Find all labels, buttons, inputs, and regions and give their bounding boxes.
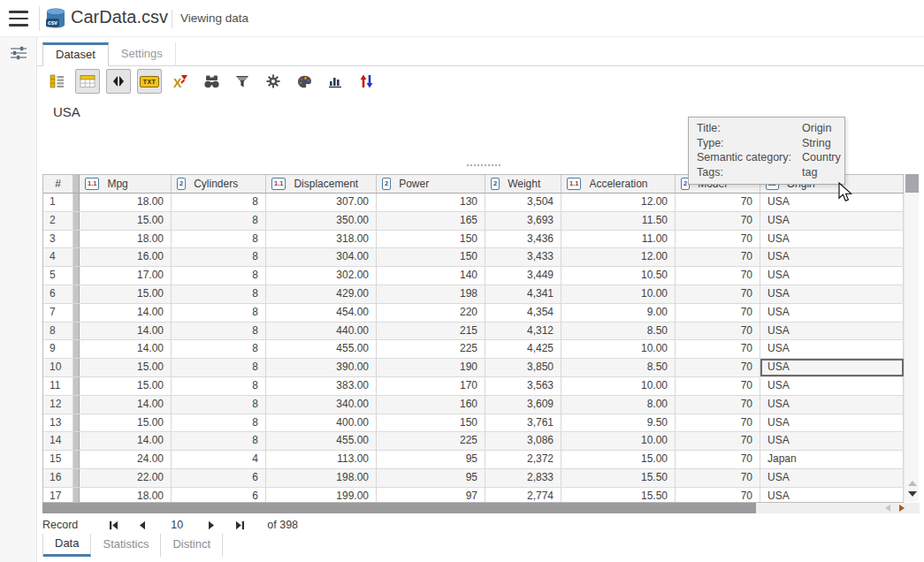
cell-displacement[interactable]: 383.00 — [266, 377, 377, 395]
tab-distinct[interactable]: Distinct — [161, 534, 223, 557]
cell-displacement[interactable]: 350.00 — [266, 212, 377, 230]
cell-cylinders[interactable]: 8 — [172, 396, 266, 414]
cell-displacement[interactable]: 307.00 — [266, 194, 377, 211]
cell-origin[interactable]: USA — [760, 194, 904, 211]
cell-model[interactable]: 70 — [676, 194, 760, 211]
cell-rownum[interactable]: 13 — [43, 414, 73, 432]
cell-power[interactable]: 150 — [377, 231, 485, 248]
cell-displacement[interactable]: 318.00 — [266, 231, 377, 248]
cell-cylinders[interactable]: 8 — [172, 323, 266, 340]
cell-mpg[interactable]: 17.00 — [80, 267, 172, 285]
cell-cylinders[interactable]: 8 — [172, 231, 266, 248]
row-marker[interactable] — [73, 212, 80, 230]
cell-model[interactable]: 70 — [676, 212, 760, 230]
cell-origin[interactable]: USA — [760, 469, 904, 487]
filter-icon[interactable] — [230, 69, 255, 94]
cell-rownum[interactable]: 9 — [43, 340, 73, 358]
cell-displacement[interactable]: 198.00 — [266, 469, 377, 487]
cell-origin[interactable]: USA — [760, 340, 904, 358]
row-marker[interactable] — [73, 340, 80, 358]
cell-power[interactable]: 220 — [377, 304, 485, 322]
cell-origin[interactable]: USA — [760, 377, 904, 395]
cell-power[interactable]: 225 — [377, 340, 485, 358]
cell-cylinders[interactable]: 8 — [172, 267, 266, 285]
next-record-icon[interactable] — [208, 520, 216, 530]
cell-acceleration[interactable]: 15.50 — [561, 469, 676, 487]
cell-acceleration[interactable]: 11.50 — [561, 212, 676, 230]
cell-origin[interactable]: USA — [760, 285, 904, 303]
cell-power[interactable]: 150 — [377, 248, 485, 266]
cell-rownum[interactable]: 4 — [43, 248, 73, 266]
last-record-icon[interactable] — [235, 520, 245, 530]
cell-displacement[interactable]: 455.00 — [266, 340, 377, 358]
cell-power[interactable]: 160 — [377, 396, 485, 414]
cell-model[interactable]: 70 — [676, 231, 760, 248]
cell-acceleration[interactable]: 10.00 — [561, 285, 676, 303]
cell-displacement[interactable]: 454.00 — [266, 304, 377, 322]
scroll-right-icon[interactable] — [899, 505, 905, 512]
cell-weight[interactable]: 3,761 — [485, 414, 561, 432]
cell-weight[interactable]: 4,312 — [485, 323, 561, 340]
cell-acceleration[interactable]: 15.00 — [561, 451, 676, 468]
cell-origin[interactable]: USA — [760, 212, 904, 230]
cell-weight[interactable]: 3,436 — [485, 231, 561, 248]
cell-displacement[interactable]: 440.00 — [266, 323, 377, 340]
cell-origin[interactable]: USA — [760, 323, 904, 340]
fit-column-width-icon[interactable] — [106, 69, 131, 94]
cell-rownum[interactable]: 11 — [43, 377, 73, 395]
cell-acceleration[interactable]: 12.00 — [561, 248, 676, 266]
cell-model[interactable]: 70 — [676, 323, 760, 340]
cell-origin[interactable]: USA — [760, 414, 904, 432]
cell-rownum[interactable]: 6 — [43, 285, 73, 303]
cell-origin[interactable]: USA — [760, 231, 904, 248]
row-marker[interactable] — [73, 432, 80, 450]
cell-power[interactable]: 165 — [377, 212, 485, 230]
cell-rownum[interactable]: 3 — [43, 231, 73, 248]
cell-rownum[interactable]: 7 — [43, 304, 73, 322]
cell-weight[interactable]: 4,425 — [485, 340, 561, 358]
row-marker[interactable] — [73, 194, 80, 211]
cell-cylinders[interactable]: 6 — [172, 469, 266, 487]
cell-cylinders[interactable]: 8 — [172, 359, 266, 376]
cell-acceleration[interactable]: 10.00 — [561, 340, 676, 358]
row-marker-header[interactable] — [73, 175, 80, 193]
cell-acceleration[interactable]: 10.00 — [561, 377, 676, 395]
chart-icon[interactable] — [323, 69, 347, 94]
cell-mpg[interactable]: 14.00 — [80, 340, 172, 358]
cell-rownum[interactable]: 10 — [43, 359, 73, 376]
tab-data[interactable]: Data — [43, 534, 91, 557]
column-profiles-icon[interactable] — [44, 69, 69, 94]
column-header-cylinders[interactable]: 2Cylinders — [172, 175, 266, 193]
cell-power[interactable]: 130 — [377, 194, 485, 211]
row-marker[interactable] — [73, 396, 80, 414]
cell-acceleration[interactable]: 11.00 — [561, 231, 676, 248]
hamburger-menu-icon[interactable] — [9, 11, 28, 27]
horizontal-scrollbar[interactable] — [42, 503, 920, 513]
cell-rownum[interactable]: 5 — [43, 267, 73, 285]
cell-origin[interactable]: USA — [760, 359, 904, 376]
cell-model[interactable]: 70 — [676, 285, 760, 303]
cell-displacement[interactable]: 199.00 — [266, 488, 377, 503]
cell-cylinders[interactable]: 8 — [172, 377, 266, 395]
cell-weight[interactable]: 2,372 — [485, 451, 561, 468]
sort-icon[interactable] — [354, 69, 378, 94]
scroll-left-icon[interactable] — [885, 505, 890, 512]
scroll-up-icon[interactable] — [908, 481, 917, 486]
cell-weight[interactable]: 3,433 — [485, 248, 561, 266]
cell-weight[interactable]: 4,354 — [485, 304, 561, 322]
cell-rownum[interactable]: 8 — [43, 323, 73, 340]
cell-weight[interactable]: 4,341 — [485, 285, 561, 303]
cell-mpg[interactable]: 15.00 — [80, 212, 172, 230]
cell-rownum[interactable]: 17 — [43, 488, 73, 503]
cell-mpg[interactable]: 22.00 — [80, 469, 172, 487]
record-number-input[interactable]: 10 — [156, 519, 198, 531]
cell-power[interactable]: 198 — [377, 285, 485, 303]
row-marker[interactable] — [73, 285, 80, 303]
cell-model[interactable]: 70 — [676, 248, 760, 266]
first-record-icon[interactable] — [109, 520, 118, 530]
tab-statistics[interactable]: Statistics — [91, 534, 161, 557]
cell-weight[interactable]: 3,504 — [485, 194, 561, 211]
cell-weight[interactable]: 3,563 — [485, 377, 561, 395]
cell-mpg[interactable]: 16.00 — [80, 248, 172, 266]
cell-origin[interactable]: USA — [760, 267, 904, 285]
